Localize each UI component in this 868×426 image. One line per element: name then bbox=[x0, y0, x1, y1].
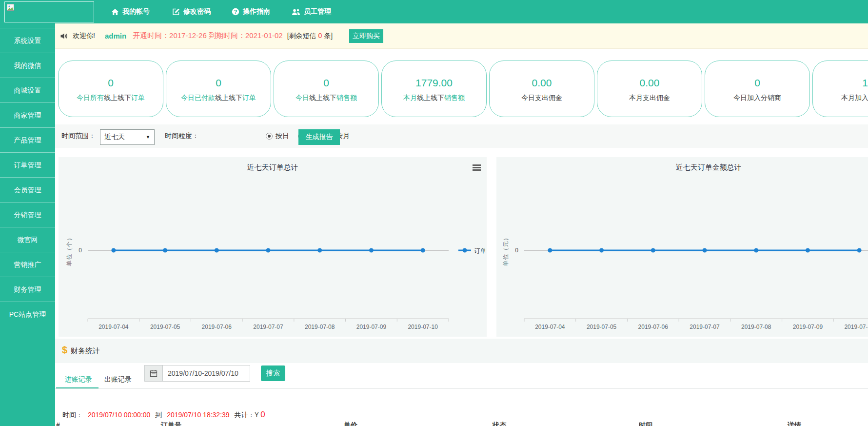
sidebar-item-5[interactable]: 产品管理 bbox=[0, 127, 55, 152]
stat-card-value: 0.00 bbox=[490, 77, 594, 89]
edit-icon bbox=[172, 8, 180, 16]
data-point bbox=[421, 248, 425, 253]
sidebar-item-6[interactable]: 订单管理 bbox=[0, 152, 55, 177]
stat-card-label: 今日支出佣金 bbox=[490, 94, 594, 102]
data-point bbox=[111, 248, 116, 253]
stat-card-3: 0今日线上线下销售额 bbox=[274, 61, 379, 117]
y-axis-unit-label: 单位（个） bbox=[66, 235, 73, 266]
data-point bbox=[703, 248, 707, 253]
sms-remaining: [剩余短信 0 条] bbox=[287, 32, 333, 41]
welcome-greeting: 欢迎你! bbox=[73, 32, 95, 41]
time-from: 2019/07/10 00:00:00 bbox=[88, 411, 150, 419]
svg-text:?: ? bbox=[234, 9, 237, 15]
topnav-item-label: 修改密码 bbox=[183, 7, 211, 16]
x-axis-date-label: 2019-07-09 bbox=[356, 324, 387, 330]
radio-按日[interactable]: 按日 bbox=[266, 132, 289, 141]
sidebar-item-7[interactable]: 会员管理 bbox=[0, 177, 55, 202]
x-axis-date-label: 2019-07-09 bbox=[793, 324, 823, 330]
data-point bbox=[548, 248, 552, 253]
data-point bbox=[651, 248, 655, 253]
stat-card-label: 今日所有线上线下订单 bbox=[59, 94, 163, 102]
stat-card-value: 1 bbox=[813, 77, 868, 89]
stat-card-8: 1本月加入分销商 bbox=[812, 61, 868, 117]
chart-legend-label: 订单 bbox=[474, 247, 486, 254]
table-header-5: 时间 bbox=[639, 421, 652, 426]
stat-card-label: 今日加入分销商 bbox=[705, 94, 809, 102]
data-point bbox=[754, 248, 758, 253]
sidebar-item-8[interactable]: 分销管理 bbox=[0, 202, 55, 227]
y-axis-zero-tick: 0 bbox=[515, 247, 518, 254]
summary-time-row: 时间： 2019/07/10 00:00:00 到 2019/07/10 18:… bbox=[62, 410, 268, 420]
topnav-item-4[interactable]: 员工管理 bbox=[292, 0, 331, 23]
x-axis-date-label: 2019-07-10 bbox=[844, 324, 868, 330]
to-label: 到 bbox=[155, 411, 162, 419]
search-button[interactable]: 搜索 bbox=[261, 365, 285, 381]
x-axis-date-label: 2019-07-07 bbox=[690, 324, 720, 330]
users-icon bbox=[292, 8, 300, 16]
data-point bbox=[266, 248, 271, 253]
sidebar-item-9[interactable]: 微官网 bbox=[0, 227, 55, 252]
data-point bbox=[369, 248, 374, 253]
total-value: 0 bbox=[260, 410, 265, 419]
data-point bbox=[857, 248, 862, 253]
topbar: 我的帐号修改密码?操作指南员工管理 bbox=[0, 0, 868, 23]
stat-card-label: 今日已付款线上线下订单 bbox=[166, 94, 271, 102]
x-axis-date-label: 2019-07-10 bbox=[408, 324, 438, 330]
sidebar-item-12[interactable]: PC站点管理 bbox=[0, 302, 55, 326]
finance-section-title: 财务统计 bbox=[71, 346, 100, 356]
time-range-value: 近七天 bbox=[104, 133, 125, 142]
welcome-username: admin bbox=[105, 32, 126, 40]
stat-card-2: 0今日已付款线上线下订单 bbox=[166, 61, 271, 117]
x-axis-date-label: 2019-07-08 bbox=[305, 324, 335, 330]
date-range-input[interactable] bbox=[163, 365, 250, 382]
stat-card-5: 0.00今日支出佣金 bbox=[489, 61, 594, 117]
time-to: 2019/07/10 18:32:39 bbox=[167, 411, 229, 419]
total-label: 共计：¥ bbox=[235, 411, 259, 419]
sidebar: 系统设置我的微信商城设置商家管理产品管理订单管理会员管理分销管理微官网营销推广财… bbox=[0, 23, 55, 426]
topnav-item-label: 操作指南 bbox=[243, 7, 270, 16]
topnav-item-2[interactable]: 修改密码 bbox=[172, 0, 211, 23]
tab-income-records[interactable]: 进账记录 bbox=[65, 371, 92, 387]
chart-legend[interactable]: 订单 bbox=[458, 247, 486, 254]
generate-report-button[interactable]: 生成报告 bbox=[298, 129, 340, 145]
sidebar-item-10[interactable]: 营销推广 bbox=[0, 252, 55, 277]
granularity-label: 时间粒度： bbox=[165, 132, 199, 141]
topnav-item-label: 员工管理 bbox=[304, 7, 331, 16]
topnav-item-label: 我的帐号 bbox=[122, 7, 150, 16]
x-axis-date-label: 2019-07-04 bbox=[535, 324, 565, 330]
x-axis-date-label: 2019-07-05 bbox=[150, 324, 180, 330]
data-point bbox=[317, 248, 322, 253]
sidebar-item-3[interactable]: 商城设置 bbox=[0, 78, 55, 102]
buy-now-button[interactable]: 立即购买 bbox=[349, 29, 383, 43]
topnav-item-1[interactable]: 我的帐号 bbox=[111, 0, 150, 23]
sidebar-item-2[interactable]: 我的微信 bbox=[0, 53, 55, 78]
date-range-picker bbox=[144, 365, 250, 382]
filter-bar: 时间范围： 近七天 ▼ 时间粒度： 按日按周按月 生成报告 bbox=[55, 124, 868, 148]
stat-card-value: 0 bbox=[59, 77, 163, 89]
x-axis-date-label: 2019-07-08 bbox=[741, 324, 771, 330]
home-icon bbox=[111, 8, 119, 16]
logo[interactable] bbox=[4, 1, 94, 22]
records-table-header: #订单号单价状态时间详情 bbox=[0, 421, 868, 426]
sidebar-item-11[interactable]: 财务管理 bbox=[0, 277, 55, 302]
table-header-6: 详情 bbox=[788, 421, 801, 426]
topnav-item-3[interactable]: ?操作指南 bbox=[232, 0, 270, 23]
stat-card-label: 本月支出佣金 bbox=[597, 94, 702, 102]
calendar-icon-button[interactable] bbox=[144, 365, 163, 382]
stat-card-6: 0.00本月支出佣金 bbox=[597, 61, 702, 117]
stat-card-label: 本月线上线下销售额 bbox=[382, 94, 486, 102]
data-point bbox=[806, 248, 810, 253]
chart-panel-1: 近七天订单总计单位（个）02019-07-042019-07-052019-07… bbox=[59, 157, 487, 337]
x-axis-date-label: 2019-07-06 bbox=[202, 324, 232, 330]
stat-card-value: 0.00 bbox=[597, 77, 702, 89]
sidebar-item-1[interactable]: 系统设置 bbox=[0, 28, 55, 53]
time-range-label: 时间范围： bbox=[61, 132, 96, 141]
stat-card-label: 本月加入分销商 bbox=[813, 94, 868, 102]
data-point bbox=[215, 248, 219, 253]
sidebar-item-4[interactable]: 商家管理 bbox=[0, 102, 55, 127]
tab-outgoing-records[interactable]: 出账记录 bbox=[104, 371, 132, 387]
time-range-select[interactable]: 近七天 ▼ bbox=[100, 129, 155, 145]
table-header-1: # bbox=[56, 421, 60, 426]
stat-card-4: 1779.00本月线上线下销售额 bbox=[381, 61, 487, 117]
dollar-icon: $ bbox=[62, 345, 67, 356]
